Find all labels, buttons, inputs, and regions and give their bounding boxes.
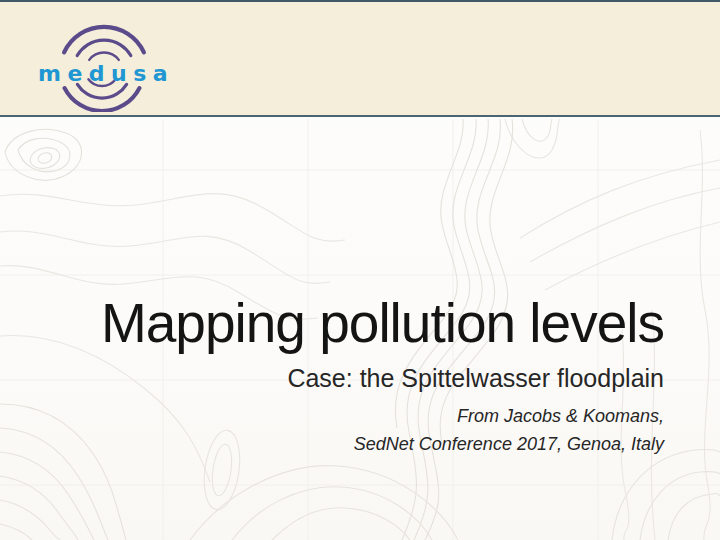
medusa-logo: medusa: [36, 24, 170, 112]
slide-subtitle: Case: the Spittelwasser floodplain: [101, 363, 664, 393]
slide-canvas: medusa Mapping pollution levels Case: th…: [0, 0, 720, 540]
banner: medusa: [0, 0, 720, 117]
attribution-line-1: From Jacobs & Koomans,: [101, 402, 664, 430]
title-block: Mapping pollution levels Case: the Spitt…: [101, 296, 664, 458]
slide-title: Mapping pollution levels: [101, 296, 664, 351]
attribution: From Jacobs & Koomans, SedNet Conference…: [101, 402, 664, 458]
attribution-line-2: SedNet Conference 2017, Genoa, Italy: [101, 430, 664, 458]
logo-text: medusa: [38, 63, 170, 85]
